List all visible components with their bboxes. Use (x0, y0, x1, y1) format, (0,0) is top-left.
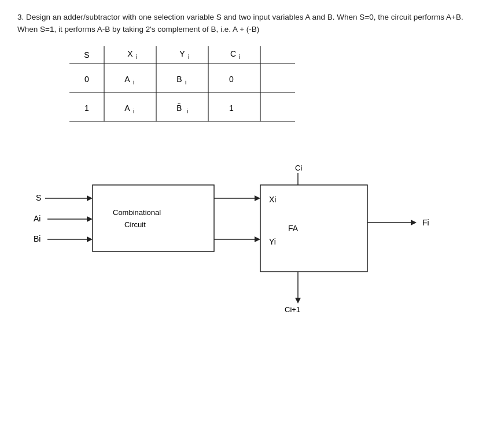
svg-text:Ai: Ai (34, 214, 40, 223)
svg-text:Ci: Ci (295, 164, 302, 172)
svg-text:C: C (230, 49, 236, 58)
svg-rect-35 (93, 185, 214, 251)
svg-text:Yi: Yi (269, 237, 276, 246)
svg-marker-53 (295, 298, 301, 303)
svg-text:S: S (84, 50, 89, 60)
svg-text:Circuit: Circuit (124, 220, 146, 229)
svg-text:Y: Y (179, 49, 185, 58)
svg-text:Xi: Xi (269, 195, 276, 204)
svg-text:i: i (136, 54, 137, 60)
problem-statement: 3. Design an adder/subtractor with one s… (17, 12, 484, 36)
svg-marker-28 (87, 195, 93, 201)
svg-marker-34 (87, 236, 93, 242)
problem-number: 3. (17, 13, 24, 21)
svg-text:A: A (124, 75, 130, 84)
svg-text:i: i (188, 54, 189, 60)
svg-rect-45 (260, 185, 367, 272)
svg-text:X: X (127, 49, 133, 58)
svg-text:B: B (176, 75, 182, 84)
svg-text:0: 0 (84, 75, 89, 84)
svg-text:i: i (187, 108, 188, 114)
circuit-diagram-svg: S Ai Bi Combinational Circuit Ci Xi FA (17, 159, 492, 315)
svg-marker-39 (255, 195, 260, 201)
truth-table-svg: S X i Y i C i 0 A i B i 0 1 A i B̈ i 1 (69, 46, 318, 150)
diagram-area: S X i Y i C i 0 A i B i 0 1 A i B̈ i 1 S (17, 46, 492, 312)
svg-text:B̈: B̈ (176, 103, 182, 113)
svg-marker-41 (255, 236, 260, 242)
svg-text:Bi: Bi (34, 234, 40, 243)
svg-text:i: i (239, 54, 240, 60)
svg-text:0: 0 (229, 75, 234, 84)
svg-text:FA: FA (288, 224, 299, 233)
svg-text:A: A (124, 103, 130, 113)
svg-text:Fi: Fi (422, 218, 429, 227)
svg-text:Ci+1: Ci+1 (285, 305, 300, 314)
svg-text:i: i (133, 79, 134, 86)
svg-text:S: S (36, 193, 41, 202)
svg-text:i: i (185, 79, 186, 86)
svg-marker-31 (87, 216, 93, 222)
svg-marker-50 (411, 220, 417, 225)
problem-text: Design an adder/subtractor with one sele… (17, 13, 463, 34)
svg-text:Combinational: Combinational (113, 208, 161, 217)
svg-text:1: 1 (84, 103, 89, 113)
svg-text:1: 1 (229, 103, 234, 113)
svg-text:i: i (133, 108, 134, 114)
